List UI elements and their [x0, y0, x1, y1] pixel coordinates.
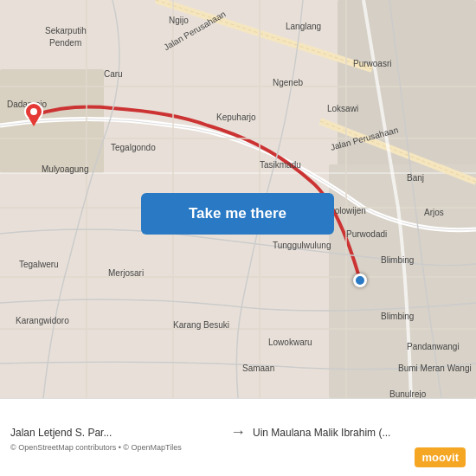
footer-arrow-icon: → [230, 423, 246, 441]
svg-point-15 [30, 108, 37, 115]
destination-dot [353, 273, 367, 287]
moovit-logo: moovit [415, 447, 466, 467]
origin-pin [24, 102, 43, 126]
map-container: Take me there NgijoLanglangSekarputihPen… [0, 0, 476, 398]
osm-credit: © OpenStreetMap contributors • © OpenMap… [10, 443, 466, 452]
footer-destination-label: Uin Maulana Malik Ibrahim (... [253, 427, 466, 439]
footer-route-row: Jalan Letjend S. Par... → Uin Maulana Ma… [10, 423, 466, 441]
footer: Jalan Letjend S. Par... → Uin Maulana Ma… [0, 398, 476, 476]
svg-marker-16 [29, 118, 39, 126]
footer-origin-label: Jalan Letjend S. Par... [10, 427, 223, 439]
take-me-there-button[interactable]: Take me there [141, 193, 334, 235]
